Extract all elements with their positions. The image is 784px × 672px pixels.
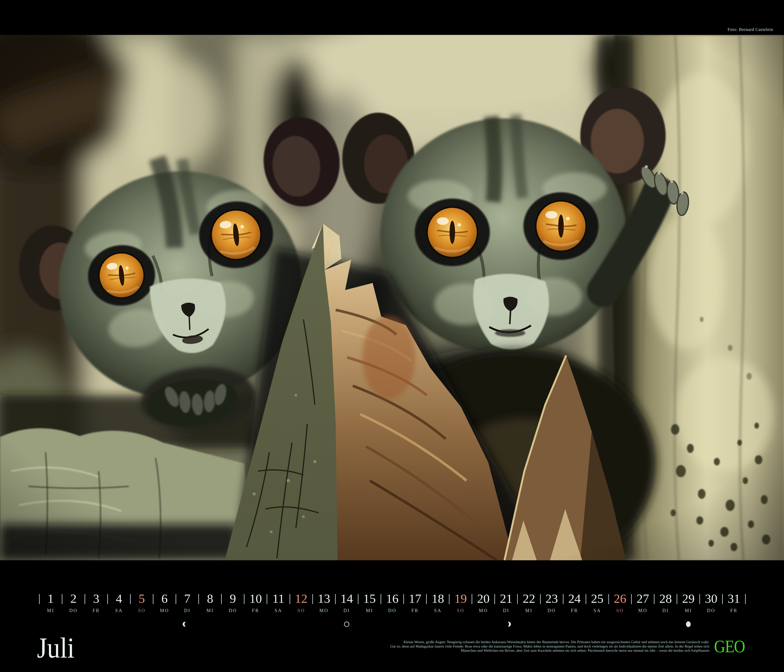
moon-phase-slot: [723, 621, 745, 627]
calendar-day: 26 SO: [608, 590, 632, 634]
moon-phase-slot: [495, 621, 518, 627]
moon-phase-slot: [677, 621, 700, 627]
day-number: 6: [153, 590, 176, 604]
calendar-day: 14 DI: [335, 590, 358, 634]
moon-phase-slot: [107, 621, 130, 627]
moon-phase-slot: [472, 621, 495, 627]
month-title: Juli: [37, 632, 75, 664]
calendar-day: 22 MI: [518, 590, 540, 634]
moon-phase-slot: [153, 621, 176, 627]
moon-phase-slot: [62, 621, 85, 627]
day-number: 14: [335, 590, 358, 604]
calendar-day: 15 MI: [358, 590, 381, 634]
day-number: 10: [244, 590, 267, 604]
day-number: 24: [563, 590, 586, 604]
moon-phase-slot: [313, 621, 335, 627]
day-number: 19: [449, 590, 472, 604]
caption-line: Kleine Wesen, große Augen: Neugierig sch…: [390, 640, 709, 644]
calendar-day: 7 DI: [176, 590, 199, 634]
day-weekday: DO: [540, 608, 563, 613]
day-number: 31: [723, 590, 745, 604]
geo-logo: GEO: [714, 637, 745, 655]
day-number: 27: [632, 590, 654, 604]
day-weekday: MO: [632, 608, 654, 613]
day-weekday: DO: [700, 608, 723, 613]
calendar-day: 12 SO: [290, 590, 313, 634]
day-separator: [335, 594, 336, 604]
moon-phase-slot: [608, 621, 632, 627]
moon-phase-slot: [632, 621, 654, 627]
day-weekday: DI: [176, 608, 199, 613]
day-separator: [381, 594, 381, 604]
calendar-day: 20 MO: [472, 590, 495, 634]
day-weekday: SO: [449, 608, 472, 613]
day-separator: [608, 594, 609, 604]
calendar-day: 9 DO: [221, 590, 244, 634]
calendar-day: 30 DO: [700, 590, 723, 634]
moon-phase-first-quarter: [503, 621, 509, 627]
calendar-day: 5 SO: [130, 590, 153, 634]
day-separator: [517, 594, 518, 604]
day-number: 8: [199, 590, 221, 604]
day-separator: [495, 594, 495, 604]
day-number: 28: [654, 590, 677, 604]
day-separator: [176, 594, 176, 604]
day-separator: [39, 594, 40, 604]
day-weekday: SA: [107, 608, 130, 613]
day-separator: [677, 594, 677, 604]
moon-phase-slot: [176, 621, 199, 627]
day-separator: [426, 594, 427, 604]
day-number: 1: [39, 590, 62, 604]
moon-phase-slot: [449, 621, 472, 627]
day-weekday: SA: [267, 608, 290, 613]
calendar-day: 19 SO: [449, 590, 472, 634]
day-weekday: DO: [381, 608, 404, 613]
day-weekday: SA: [426, 608, 449, 613]
day-separator: [244, 594, 244, 604]
day-number: 4: [107, 590, 130, 604]
day-number: 26: [608, 590, 632, 604]
day-weekday: MO: [153, 608, 176, 613]
moon-phase-slot: [540, 621, 563, 627]
lemur-illustration: [0, 35, 784, 560]
day-number: 23: [540, 590, 563, 604]
calendar-day: 17 FR: [404, 590, 426, 634]
moon-phase-slot: [586, 621, 608, 627]
moon-phase-slot: [404, 621, 426, 627]
moon-phase-slot: [654, 621, 677, 627]
photo-credit: Foto: Bernard Castelein: [728, 27, 773, 32]
day-number: 7: [176, 590, 199, 604]
calendar-day: 25 SA: [586, 590, 608, 634]
day-number: 9: [221, 590, 244, 604]
day-weekday: SA: [586, 608, 608, 613]
day-number: 13: [313, 590, 335, 604]
calendar-day: 24 FR: [563, 590, 586, 634]
calendar-day: 11 SA: [267, 590, 290, 634]
day-number: 16: [381, 590, 404, 604]
moon-phase-slot: [267, 621, 290, 627]
moon-phase-slot: [221, 621, 244, 627]
calendar-day: 2 DO: [62, 590, 85, 634]
moon-phase-slot: [39, 621, 62, 627]
calendar-day: 29 MI: [677, 590, 700, 634]
day-weekday: FR: [85, 608, 107, 613]
day-separator: [699, 594, 700, 604]
moon-phase-slot: [518, 621, 540, 627]
day-number: 25: [586, 590, 608, 604]
calendar-day: 4 SA: [107, 590, 130, 634]
day-separator: [449, 594, 450, 604]
day-separator: [586, 594, 586, 604]
moon-phase-slot: [358, 621, 381, 627]
day-number: 21: [495, 590, 518, 604]
caption-line: Männchen und Weibchen ein Revier, aber Z…: [390, 649, 709, 653]
day-separator: [472, 594, 472, 604]
calendar-strip: 1 MI 2 DO 3 FR 4 SA: [39, 590, 745, 634]
day-weekday: MI: [199, 608, 221, 613]
day-separator: [563, 594, 563, 604]
moon-phase-slot: [290, 621, 313, 627]
day-number: 17: [404, 590, 426, 604]
caption-line: Gut so, denn auf Madagaskar lauern viele…: [390, 644, 709, 649]
day-separator: [153, 594, 153, 604]
day-weekday: DI: [495, 608, 518, 613]
day-weekday: DI: [335, 608, 358, 613]
